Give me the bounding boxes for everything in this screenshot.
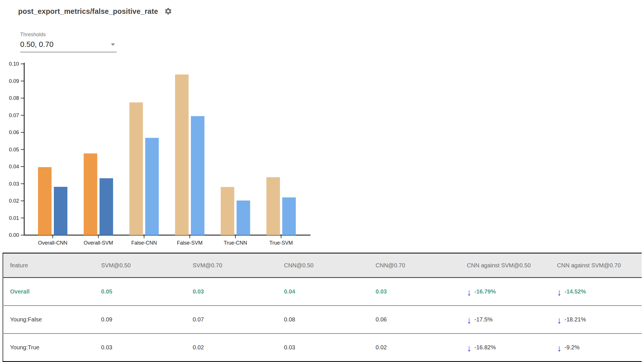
cell-feature: Young:False <box>3 306 101 334</box>
thresholds-label: Thresholds <box>20 32 117 38</box>
comparison-value: -17.5% <box>474 316 493 323</box>
x-tick-label: True-CNN <box>224 240 247 246</box>
cell-comparison: ↓-16.79% <box>467 278 557 306</box>
y-tick-label: 0.01 <box>9 215 19 221</box>
bar-False-CNN-threshold-0.70[interactable] <box>145 138 159 235</box>
table-row-young-false[interactable]: Young:False0.090.070.080.06↓-17.5%↓-18.2… <box>3 306 642 334</box>
y-tick-label: 0.10 <box>9 61 19 67</box>
y-tick-label: 0.06 <box>9 129 19 135</box>
comparison-value: -9.2% <box>565 344 579 351</box>
chevron-down-icon <box>111 43 115 46</box>
thresholds-value: 0.50, 0.70 <box>20 40 54 49</box>
bar-True-CNN-threshold-0.70[interactable] <box>236 201 250 235</box>
gear-icon <box>164 7 172 15</box>
cell-comparison: ↓-14.52% <box>557 278 642 306</box>
y-tick-label: 0.04 <box>9 164 19 169</box>
bar-Overall-SVM-threshold-0.50[interactable] <box>84 153 97 235</box>
down-arrow-icon: ↓ <box>467 316 471 325</box>
column-header-svm-0-70: SVM@0.70 <box>193 253 284 278</box>
column-header-cnn-0-70: CNN@0.70 <box>376 253 467 278</box>
comparison-value: -14.52% <box>565 288 586 295</box>
cell-metric-value: 0.03 <box>284 334 376 362</box>
cell-comparison: ↓-9.2% <box>557 334 642 362</box>
table-header-row: featureSVM@0.50SVM@0.70CNN@0.50CNN@0.70C… <box>3 253 642 278</box>
down-arrow-icon: ↓ <box>467 344 471 353</box>
cell-metric-value: 0.07 <box>193 306 284 334</box>
cell-metric-value: 0.06 <box>376 306 467 334</box>
x-tick-label: False-SVM <box>177 240 202 246</box>
cell-metric-value: 0.02 <box>376 334 467 362</box>
bar-Overall-SVM-threshold-0.70[interactable] <box>100 178 113 235</box>
cell-metric-value: 0.05 <box>101 278 193 306</box>
cell-metric-value: 0.02 <box>193 334 284 362</box>
y-tick-label: 0.03 <box>9 181 19 187</box>
cell-metric-value: 0.03 <box>193 278 284 306</box>
metrics-table: featureSVM@0.50SVM@0.70CNN@0.50CNN@0.70C… <box>3 253 642 362</box>
bar-False-SVM-threshold-0.50[interactable] <box>175 75 189 235</box>
down-arrow-icon: ↓ <box>557 344 562 353</box>
cell-feature: Young:True <box>3 334 101 362</box>
settings-gear-icon[interactable] <box>164 7 173 16</box>
comparison-value: -18.21% <box>565 316 586 323</box>
table-row-overall[interactable]: Overall0.050.030.040.03↓-16.79%↓-14.52% <box>3 278 642 306</box>
cell-comparison: ↓-16.82% <box>467 334 557 362</box>
down-arrow-icon: ↓ <box>467 288 471 297</box>
y-tick-label: 0.07 <box>9 113 19 118</box>
false-positive-rate-bar-chart: 0.000.010.020.030.040.050.060.070.080.09… <box>0 58 317 247</box>
y-tick-label: 0.00 <box>9 232 19 238</box>
column-header-feature: feature <box>3 253 101 278</box>
down-arrow-icon: ↓ <box>557 316 562 325</box>
x-tick-label: False-CNN <box>131 240 157 246</box>
y-tick-label: 0.02 <box>9 198 19 204</box>
column-header-cnn-against-svm-0-50: CNN against SVM@0.50 <box>467 253 557 278</box>
thresholds-select[interactable]: Thresholds 0.50, 0.70 <box>20 32 117 52</box>
bar-True-SVM-threshold-0.50[interactable] <box>266 177 280 235</box>
page-title: post_export_metrics/false_positive_rate <box>18 7 158 16</box>
cell-metric-value: 0.03 <box>101 334 193 362</box>
comparison-value: -16.82% <box>474 344 496 351</box>
x-tick-label: Overall-CNN <box>38 240 67 246</box>
y-tick-label: 0.05 <box>9 147 19 153</box>
cell-comparison: ↓-18.21% <box>557 306 642 334</box>
bar-True-SVM-threshold-0.70[interactable] <box>282 197 296 235</box>
table-row-young-true[interactable]: Young:True0.030.020.030.02↓-16.82%↓-9.2% <box>3 334 642 362</box>
x-tick-label: True-SVM <box>269 240 293 246</box>
bar-False-CNN-threshold-0.50[interactable] <box>129 102 143 235</box>
cell-metric-value: 0.04 <box>284 278 376 306</box>
cell-metric-value: 0.03 <box>376 278 467 306</box>
comparison-value: -16.79% <box>474 288 496 295</box>
cell-metric-value: 0.09 <box>101 306 193 334</box>
x-tick-label: Overall-SVM <box>84 240 113 246</box>
cell-metric-value: 0.08 <box>284 306 376 334</box>
metric-card-header: post_export_metrics/false_positive_rate <box>18 7 173 16</box>
column-header-cnn-0-50: CNN@0.50 <box>284 253 376 278</box>
y-tick-label: 0.09 <box>9 78 19 84</box>
bar-False-SVM-threshold-0.70[interactable] <box>191 116 204 235</box>
bar-Overall-CNN-threshold-0.50[interactable] <box>38 167 52 235</box>
cell-comparison: ↓-17.5% <box>467 306 557 334</box>
bar-True-CNN-threshold-0.50[interactable] <box>221 187 234 235</box>
column-header-svm-0-50: SVM@0.50 <box>101 253 193 278</box>
down-arrow-icon: ↓ <box>557 288 562 297</box>
bar-Overall-CNN-threshold-0.70[interactable] <box>54 187 67 235</box>
y-tick-label: 0.08 <box>9 95 19 101</box>
column-header-cnn-against-svm-0-70: CNN against SVM@0.70 <box>557 253 642 278</box>
cell-feature: Overall <box>3 278 101 306</box>
